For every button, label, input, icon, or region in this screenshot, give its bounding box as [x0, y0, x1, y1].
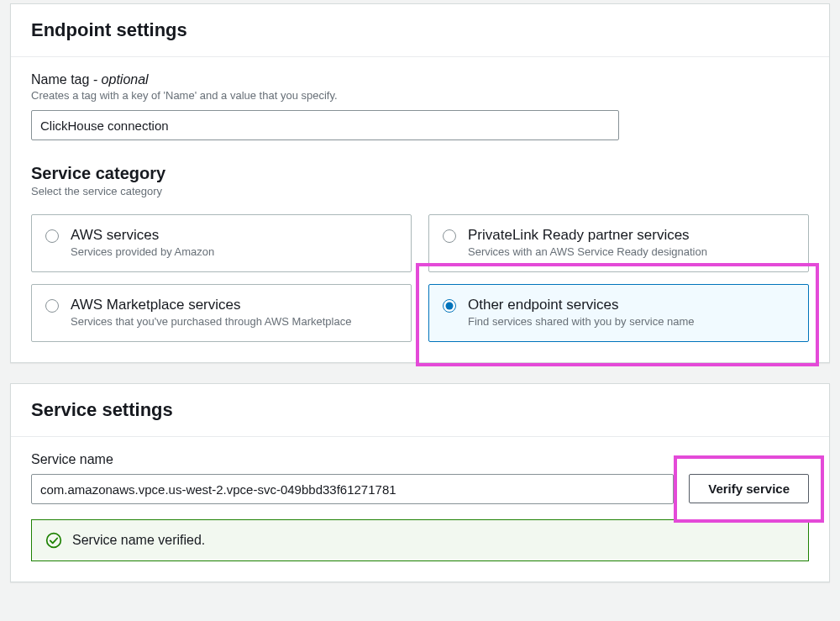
service-settings-panel: Service settings Service name Verify ser… — [10, 383, 830, 582]
verified-message: Service name verified. — [72, 533, 205, 548]
check-circle-icon — [45, 532, 62, 549]
endpoint-settings-panel: Endpoint settings Name tag - optional Cr… — [10, 3, 830, 363]
panel-body: Service name Verify service Service name… — [11, 437, 829, 582]
radio-icon — [45, 229, 59, 243]
svg-point-0 — [47, 534, 61, 548]
name-tag-label-text: Name tag — [31, 72, 93, 87]
service-category-title: Service category — [31, 164, 809, 183]
service-category-desc: Select the service category — [31, 185, 809, 197]
radio-icon — [443, 229, 456, 243]
radio-icon — [45, 299, 59, 313]
service-name-label: Service name — [31, 452, 809, 467]
name-tag-optional: - optional — [93, 72, 149, 87]
option-aws-services[interactable]: AWS services Services provided by Amazon — [31, 214, 412, 272]
option-title: PrivateLink Ready partner services — [468, 227, 707, 244]
option-text: AWS Marketplace services Services that y… — [71, 297, 351, 328]
option-privatelink-partner[interactable]: PrivateLink Ready partner services Servi… — [428, 214, 809, 272]
service-category-section: Service category Select the service cate… — [31, 164, 809, 342]
option-aws-marketplace[interactable]: AWS Marketplace services Services that y… — [31, 284, 412, 342]
option-text: PrivateLink Ready partner services Servi… — [468, 227, 707, 258]
service-name-input[interactable] — [31, 474, 674, 504]
option-title: Other endpoint services — [468, 297, 695, 313]
service-name-row: Verify service — [31, 474, 809, 504]
panel-header: Service settings — [11, 384, 829, 437]
radio-icon — [443, 299, 456, 313]
panel-body: Name tag - optional Creates a tag with a… — [11, 57, 829, 362]
service-settings-title: Service settings — [31, 399, 809, 421]
option-title: AWS Marketplace services — [71, 297, 351, 313]
option-desc: Services provided by Amazon — [71, 245, 214, 258]
option-text: Other endpoint services Find services sh… — [468, 297, 695, 328]
option-desc: Services with an AWS Service Ready desig… — [468, 245, 707, 258]
endpoint-settings-title: Endpoint settings — [31, 19, 809, 41]
service-category-options: AWS services Services provided by Amazon… — [31, 214, 809, 342]
name-tag-field: Name tag - optional Creates a tag with a… — [31, 72, 809, 140]
option-other-endpoint-services[interactable]: Other endpoint services Find services sh… — [428, 284, 809, 342]
verify-button-wrap: Verify service — [689, 474, 809, 504]
panel-header: Endpoint settings — [11, 4, 829, 57]
name-tag-label: Name tag - optional — [31, 72, 809, 87]
name-tag-input[interactable] — [31, 110, 619, 140]
option-title: AWS services — [71, 227, 214, 244]
verify-service-button[interactable]: Verify service — [689, 474, 809, 503]
option-text: AWS services Services provided by Amazon — [71, 227, 214, 258]
verified-alert: Service name verified. — [31, 519, 809, 561]
name-tag-desc: Creates a tag with a key of 'Name' and a… — [31, 89, 809, 102]
option-desc: Find services shared with you by service… — [468, 315, 695, 328]
option-desc: Services that you've purchased through A… — [71, 315, 351, 328]
